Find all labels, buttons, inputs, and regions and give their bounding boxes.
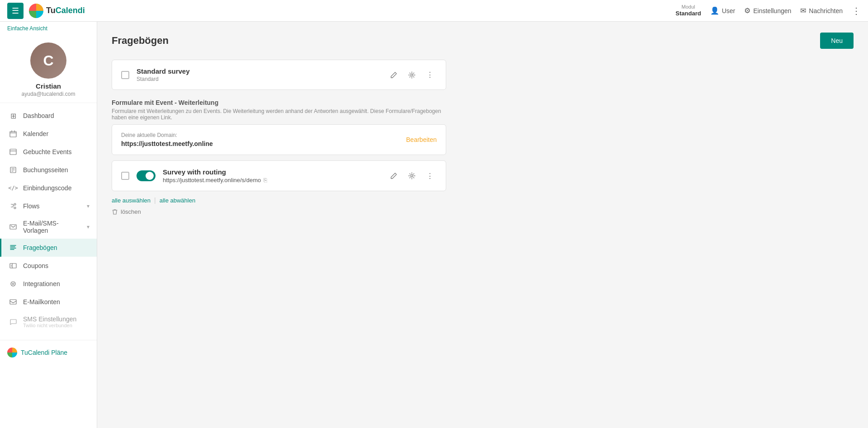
user-email: ayuda@tucalendi.com — [22, 91, 75, 97]
settings-standard-survey-button[interactable] — [405, 68, 419, 82]
sidebar-item-label: Dashboard — [23, 112, 90, 119]
main-content: Fragebögen Neu Standard survey Standard … — [97, 22, 868, 428]
chevron-down-icon: ▾ — [87, 224, 90, 230]
svg-rect-0 — [10, 132, 16, 137]
page-header: Fragebögen Neu — [112, 33, 854, 49]
sidebar-item-frageboegen[interactable]: Fragebögen — [0, 239, 97, 257]
buchung-icon — [9, 165, 18, 174]
sidebar-item-label: Einbindungscode — [23, 184, 90, 192]
sidebar-item-label: Integrationen — [23, 280, 90, 287]
messages-nav-action[interactable]: ✉ Nachrichten — [800, 6, 843, 15]
delete-action-row: löschen — [112, 206, 446, 218]
sidebar-item-buchungsseiten[interactable]: Buchungsseiten — [0, 161, 97, 179]
routing-survey-toggle[interactable] — [137, 170, 156, 181]
topnav: ☰ TuCalendi Modul Standard 👤 User ⚙ Eins… — [0, 0, 868, 22]
event-section-desc: Formulare mit Weiterleitungen zu den Eve… — [112, 108, 446, 121]
domain-card: Deine aktuelle Domain: https://justtotes… — [112, 124, 446, 155]
mail-icon: ✉ — [800, 6, 806, 15]
copy-url-icon[interactable]: ⎘ — [264, 177, 267, 183]
sidebar-item-coupons[interactable]: Coupons — [0, 257, 97, 275]
sidebar-item-integrationen[interactable]: Integrationen — [0, 275, 97, 293]
sidebar-item-label: Coupons — [23, 262, 90, 269]
avatar: C — [30, 42, 66, 79]
user-icon: 👤 — [710, 6, 719, 15]
settings-icon: ⚙ — [744, 6, 750, 15]
sidebar-item-emailkonten[interactable]: E-Mailkonten — [0, 293, 97, 311]
sidebar-item-sms-einstellungen[interactable]: SMS Einstellungen Twilio nicht verbunden — [0, 311, 97, 333]
sidebar-item-dashboard[interactable]: ⊞ Dashboard — [0, 107, 97, 125]
user-name: Cristian — [36, 82, 61, 90]
domain-url: https://justtotest.meetfy.online — [121, 140, 213, 147]
hamburger-icon: ☰ — [12, 6, 19, 16]
routing-survey-actions: ⋮ — [387, 169, 437, 183]
svg-point-8 — [12, 283, 14, 285]
plans-label: TuCalendi Pläne — [21, 349, 67, 356]
sidebar-item-label: Buchungsseiten — [23, 166, 90, 174]
svg-point-3 — [14, 203, 16, 205]
standard-survey-checkbox[interactable] — [121, 71, 129, 79]
more-routing-survey-button[interactable]: ⋮ — [423, 169, 437, 183]
integrations-icon — [9, 279, 18, 288]
standard-survey-subtitle: Standard — [137, 76, 380, 82]
plans-icon — [7, 348, 17, 357]
simple-view-link[interactable]: Einfache Ansicht — [0, 22, 97, 35]
trash-icon — [112, 209, 118, 215]
coupons-icon — [9, 261, 18, 270]
sidebar-item-label: Gebuchte Events — [23, 148, 90, 155]
sidebar-item-label: Flows — [23, 202, 81, 210]
svg-rect-5 — [10, 225, 16, 229]
sidebar-item-flows[interactable]: Flows ▾ — [0, 197, 97, 215]
event-section-title: Formulare mit Event - Weiterleitung — [112, 99, 446, 106]
standard-survey-actions: ⋮ — [387, 68, 437, 82]
sidebar-item-email-sms-vorlagen[interactable]: E-Mail/SMS-Vorlagen ▾ — [0, 215, 97, 239]
sidebar-nav: ⊞ Dashboard Kalender Gebuchte Events Buc… — [0, 103, 97, 336]
settings-nav-action[interactable]: ⚙ Einstellungen — [744, 6, 791, 15]
bulk-actions: alle auswählen | alle abwählen — [112, 197, 446, 204]
page-title: Fragebögen — [112, 35, 169, 47]
bulk-separator: | — [154, 197, 156, 204]
hamburger-button[interactable]: ☰ — [7, 3, 24, 19]
select-all-button[interactable]: alle auswählen — [112, 197, 151, 204]
emailkonten-icon — [9, 297, 18, 306]
routing-survey-card: Survey with routing https://justtotest.m… — [112, 160, 446, 191]
edit-domain-button[interactable]: Bearbeiten — [406, 136, 437, 143]
svg-rect-6 — [10, 263, 16, 268]
modul-label: Modul Standard — [675, 4, 701, 17]
settings-routing-survey-button[interactable] — [405, 169, 419, 183]
more-menu-button[interactable]: ⋮ — [852, 5, 861, 16]
user-section: C Cristian ayuda@tucalendi.com — [0, 35, 97, 103]
new-button[interactable]: Neu — [820, 33, 854, 49]
domain-info: Deine aktuelle Domain: https://justtotes… — [121, 132, 213, 147]
routing-survey-checkbox[interactable] — [121, 172, 129, 180]
svg-rect-9 — [10, 300, 16, 304]
topnav-left: ☰ TuCalendi — [7, 3, 85, 19]
chevron-down-icon: ▾ — [87, 203, 90, 209]
standard-survey-title: Standard survey — [137, 67, 380, 75]
sidebar: Einfache Ansicht C Cristian ayuda@tucale… — [0, 22, 97, 428]
logo-text: TuCalendi — [46, 6, 85, 15]
svg-rect-1 — [10, 149, 16, 155]
code-icon: </> — [9, 183, 18, 193]
edit-standard-survey-button[interactable] — [387, 68, 401, 82]
survey-icon — [9, 243, 18, 252]
logo-area: TuCalendi — [29, 4, 85, 18]
delete-button[interactable]: löschen — [112, 206, 141, 218]
edit-routing-survey-button[interactable] — [387, 169, 401, 183]
svg-point-4 — [14, 207, 16, 209]
dashboard-icon: ⊞ — [9, 111, 18, 120]
domain-label: Deine aktuelle Domain: — [121, 132, 213, 138]
sidebar-item-gebuchte-events[interactable]: Gebuchte Events — [0, 143, 97, 161]
routing-survey-body: Survey with routing https://justtotest.m… — [163, 168, 380, 183]
plans-link[interactable]: TuCalendi Pläne — [7, 348, 90, 357]
user-nav-action[interactable]: 👤 User — [710, 6, 736, 15]
svg-point-11 — [411, 175, 413, 177]
sidebar-item-kalender[interactable]: Kalender — [0, 125, 97, 143]
calendar-icon — [9, 129, 18, 138]
event-section-header: Formulare mit Event - Weiterleitung Form… — [112, 99, 446, 121]
events-icon — [9, 147, 18, 156]
more-standard-survey-button[interactable]: ⋮ — [423, 68, 437, 82]
sms-icon — [9, 317, 18, 326]
deselect-all-button[interactable]: alle abwählen — [160, 197, 196, 204]
sidebar-footer: TuCalendi Pläne — [0, 340, 97, 365]
sidebar-item-einbindungscode[interactable]: </> Einbindungscode — [0, 179, 97, 197]
